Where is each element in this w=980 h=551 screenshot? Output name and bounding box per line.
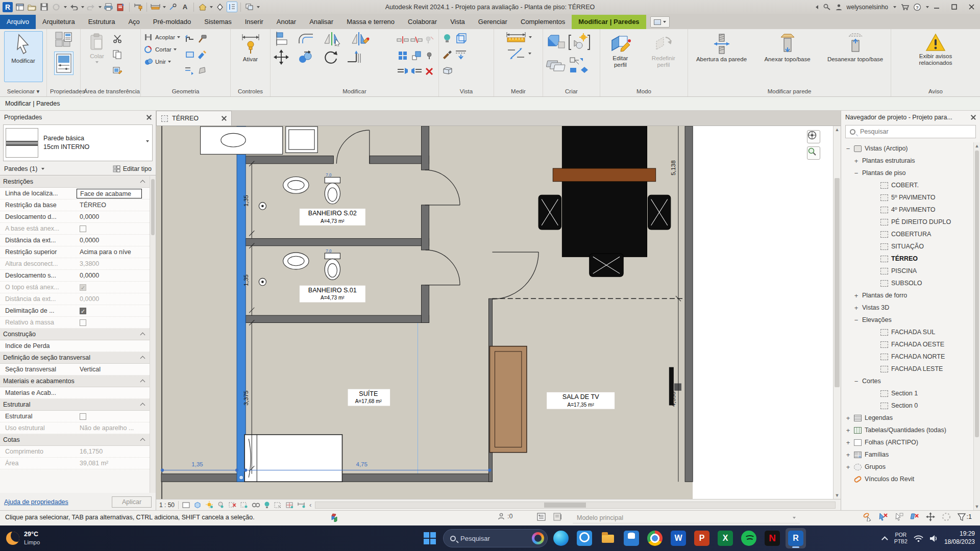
property-value[interactable]: 0,0000 [77,236,150,245]
split-element-icon[interactable] [397,36,409,44]
maximize-button[interactable] [945,0,963,14]
volume-icon[interactable] [929,535,938,542]
create-parts-icon[interactable] [568,57,591,74]
scale-control[interactable]: 1 : 50 [159,502,175,509]
property-row[interactable]: Distância da ext... 0,0000 [0,235,150,246]
export-icon[interactable] [115,2,126,12]
close-view-icon[interactable] [222,116,227,121]
tab-arquitetura[interactable]: Arquitetura [36,15,82,29]
property-value[interactable] [77,341,150,351]
panel-label-modificar-parede[interactable]: Modificar parede [688,87,891,96]
expander-icon[interactable] [853,292,859,299]
property-row[interactable]: A base está anex... [0,223,150,235]
panel-label-geometria[interactable]: Geometria [141,87,230,96]
tab-estrutura[interactable]: Estrutura [82,15,122,29]
match-type-icon[interactable] [112,66,122,75]
measure-button[interactable] [506,47,531,60]
expander-icon[interactable] [853,316,859,324]
expander-icon[interactable] [845,427,851,434]
offset-left-icon[interactable] [397,67,409,76]
properties-help-link[interactable]: Ajuda de propriedades [4,498,68,506]
tree-item[interactable]: Legendas [841,412,973,424]
constraints-icon[interactable] [297,502,306,509]
tree-item[interactable]: Plantas estruturais [841,155,973,167]
tree-item[interactable]: Famílias [841,448,973,461]
tab-pre-moldado[interactable]: Pré-moldado [146,15,198,29]
mirror-draw-axis-icon[interactable] [350,31,370,46]
edit-profile-button[interactable]: Editar perfil [603,31,638,70]
property-row[interactable]: Indice de Perda [0,340,150,352]
property-row[interactable]: Definição de seção transversal [0,352,150,364]
unpin-icon[interactable] [424,35,434,44]
property-row[interactable]: Deslocamento d... 0,0000 [0,211,150,223]
expander-icon[interactable] [845,414,851,422]
tab-colaborar[interactable]: Colaborar [401,15,444,29]
rotate-icon[interactable] [322,49,338,65]
tree-item[interactable]: Folhas (ARCTIPO) [841,436,973,448]
tree-item[interactable]: FACHADA LESTE [841,363,973,375]
apply-button[interactable]: Aplicar [112,496,152,508]
property-value[interactable]: 0,0000 [77,271,150,281]
sync-icon[interactable] [51,2,62,12]
property-row[interactable]: Seção transversal Vertical [0,364,150,375]
tree-item[interactable]: FACHADA NORTE [841,350,973,363]
property-row[interactable]: Relativo à massa [0,317,150,329]
tag-icon[interactable] [167,2,178,12]
tab-analisar[interactable]: Analisar [303,15,340,29]
account-icon[interactable] [836,4,842,10]
delete-icon[interactable] [425,67,434,76]
detach-top-base-button[interactable]: Desanexar topo/base [823,31,888,65]
qat-customize-caret-icon[interactable] [257,6,260,8]
redo-icon[interactable] [86,2,96,12]
taskbar-app-icon[interactable] [645,528,665,548]
expander-icon[interactable] [853,157,859,165]
wifi-icon[interactable] [914,535,923,542]
home-caret-icon[interactable] [210,6,213,8]
tree-item[interactable]: Vínculos do Revit [841,473,973,485]
sun-path-icon[interactable] [205,501,213,509]
weather-widget[interactable]: 29°C Limpo [0,531,40,546]
editable-only-control[interactable]: :0 [498,513,512,520]
reveal-hidden-icon[interactable] [264,501,270,509]
property-row[interactable]: Materias e Acab... [0,387,150,399]
tray-chevron-up-icon[interactable] [881,536,888,543]
copy-element-icon[interactable] [297,50,313,64]
undo-caret-icon[interactable] [81,6,84,8]
property-checkbox[interactable] [80,319,86,326]
help-icon[interactable]: ? [914,4,921,11]
cube-3d-icon[interactable] [455,33,467,45]
property-row[interactable]: Área 39,081 m² [0,458,150,469]
close-properties-icon[interactable] [146,115,152,120]
taskbar-app-icon[interactable] [598,528,618,548]
panel-label-selecionar[interactable]: Selecionar ▾ [0,87,46,96]
horizontal-scrollbar[interactable] [315,502,836,509]
property-value[interactable]: 3,3800 [77,259,150,269]
tree-item[interactable]: 4º PAVIMENTO [841,204,973,216]
temporary-view-properties-icon[interactable] [274,502,282,509]
tab-arquivo[interactable]: Arquivo [0,15,36,29]
show-warnings-button[interactable]: Exibir avisos relacionados [908,31,964,68]
taskbar-app-icon[interactable] [551,528,571,548]
expander-icon[interactable] [853,304,859,312]
tree-item[interactable]: COBERTURA [841,228,973,240]
taskbar-app-icon[interactable]: W [668,528,689,548]
dimension-tool-button[interactable] [505,31,532,43]
property-checkbox[interactable] [80,308,86,314]
beam-joins-icon[interactable] [185,50,195,59]
wall-joins-icon[interactable] [185,34,195,43]
thin-lines-icon[interactable] [227,2,237,12]
language-switcher[interactable]: POR PTB2 [894,532,908,544]
property-row[interactable]: O topo está anex... [0,282,150,293]
revit-logo-icon[interactable]: R [3,2,13,12]
steering-wheel-icon[interactable] [807,130,820,143]
search-input[interactable] [859,128,971,136]
tab-massa-terreno[interactable]: Massa e terreno [340,15,401,29]
cut-icon[interactable] [112,34,122,43]
expander-icon[interactable] [853,378,859,385]
app-store-icon[interactable] [901,4,909,10]
create-assembly-icon[interactable] [546,58,567,73]
tree-item[interactable]: Cortes [841,375,973,387]
property-value[interactable]: 16,1750 [77,447,150,457]
property-value[interactable] [77,388,150,398]
tree-item[interactable]: SITUAÇÃO [841,240,973,253]
